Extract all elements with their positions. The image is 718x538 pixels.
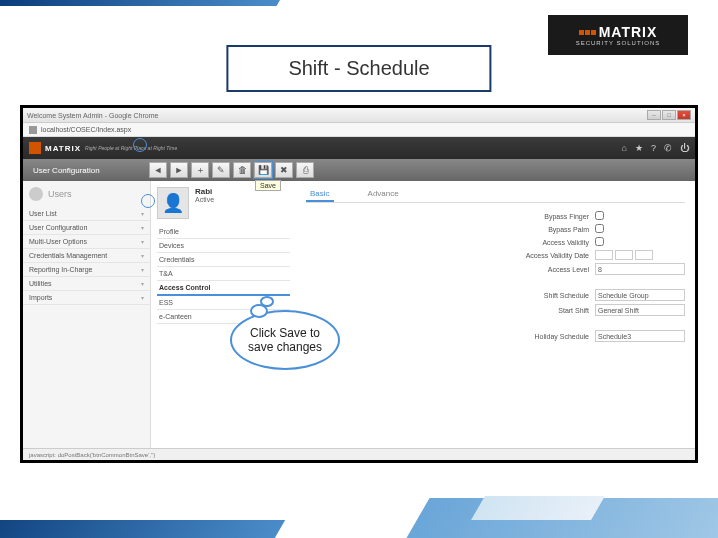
checkbox-bypass-finger[interactable] bbox=[595, 211, 604, 220]
label-shift-schedule: Shift Schedule bbox=[544, 292, 589, 299]
chevron-icon: ▾ bbox=[141, 280, 144, 287]
toolbar-title: User Configuration bbox=[29, 166, 149, 175]
select-start-shift[interactable]: General Shift bbox=[595, 304, 685, 316]
phone-icon[interactable]: ✆ bbox=[664, 143, 672, 153]
select-access-level[interactable]: 8 bbox=[595, 263, 685, 275]
label-access-validity-date: Access Validity Date bbox=[526, 252, 589, 259]
user-name: Rabi bbox=[195, 187, 214, 196]
form-panel: Basic Advance Bypass Finger Bypass Palm … bbox=[296, 181, 695, 448]
header-icons: ⌂ ★ ? ✆ ⏻ bbox=[622, 143, 689, 153]
save-tooltip: Save bbox=[255, 180, 281, 191]
content-area: Users User List▾ User Configuration▾ Mul… bbox=[23, 181, 695, 448]
chevron-icon: ▾ bbox=[141, 238, 144, 245]
user-card: 👤 Rabi Active bbox=[157, 187, 290, 219]
footer-decoration bbox=[0, 478, 718, 538]
status-bar: javascript: doPostBack('btnCommonBtnSave… bbox=[23, 448, 695, 460]
matrix-logo: MATRIX SECURITY SOLUTIONS bbox=[548, 15, 688, 55]
select-shift-schedule[interactable]: Schedule Group bbox=[595, 289, 685, 301]
checkbox-access-validity[interactable] bbox=[595, 237, 604, 246]
callout-annotation: Click Save to save changes bbox=[230, 310, 340, 370]
section-ta[interactable]: T&A bbox=[157, 267, 290, 281]
slide-title: Shift - Schedule bbox=[288, 57, 429, 79]
user-status: Active bbox=[195, 196, 214, 203]
label-bypass-finger: Bypass Finger bbox=[544, 213, 589, 220]
section-devices[interactable]: Devices bbox=[157, 239, 290, 253]
section-list: Profile Devices Credentials T&A Access C… bbox=[157, 225, 290, 324]
url-text: localhost/COSEC/Index.aspx bbox=[41, 126, 131, 133]
sidebar-item-user-list[interactable]: User List▾ bbox=[23, 207, 150, 221]
app-header: MATRIX Right People at Right Place at Ri… bbox=[23, 137, 695, 159]
users-icon bbox=[29, 187, 43, 201]
print-button[interactable]: ⎙ bbox=[296, 162, 314, 178]
label-access-level: Access Level bbox=[548, 266, 589, 273]
window-title: Welcome System Admin - Google Chrome bbox=[27, 112, 158, 119]
sidebar-item-utilities[interactable]: Utilities▾ bbox=[23, 277, 150, 291]
slide-title-box: Shift - Schedule bbox=[226, 45, 491, 92]
annotation-circle bbox=[141, 194, 155, 208]
label-holiday-schedule: Holiday Schedule bbox=[535, 333, 589, 340]
avatar-icon: 👤 bbox=[157, 187, 189, 219]
sidebar-title: Users bbox=[48, 189, 72, 199]
url-bar[interactable]: localhost/COSEC/Index.aspx bbox=[23, 123, 695, 137]
main-panel: 👤 Rabi Active Profile Devices Credential… bbox=[151, 181, 695, 448]
app-logo-icon bbox=[29, 142, 41, 154]
browser-window: Welcome System Admin - Google Chrome – □… bbox=[20, 105, 698, 463]
section-credentials[interactable]: Credentials bbox=[157, 253, 290, 267]
help-icon[interactable]: ? bbox=[651, 143, 656, 153]
next-button[interactable]: ► bbox=[170, 162, 188, 178]
checkbox-bypass-palm[interactable] bbox=[595, 224, 604, 233]
sidebar-list: User List▾ User Configuration▾ Multi-Use… bbox=[23, 207, 150, 305]
sidebar-header: Users bbox=[23, 181, 150, 207]
home-icon[interactable]: ⌂ bbox=[622, 143, 627, 153]
tabs: Basic Advance bbox=[306, 187, 685, 203]
favicon-icon bbox=[29, 126, 37, 134]
logo-subtitle: SECURITY SOLUTIONS bbox=[576, 40, 661, 46]
prev-button[interactable]: ◄ bbox=[149, 162, 167, 178]
app-logo: MATRIX Right People at Right Place at Ri… bbox=[29, 142, 177, 154]
window-controls: – □ × bbox=[647, 110, 691, 120]
chevron-icon: ▾ bbox=[141, 266, 144, 273]
status-text: javascript: doPostBack('btnCommonBtnSave… bbox=[29, 452, 155, 458]
callout-text: Click Save to save changes bbox=[248, 326, 322, 354]
close-button[interactable]: × bbox=[677, 110, 691, 120]
section-access-control[interactable]: Access Control bbox=[157, 281, 290, 296]
star-icon[interactable]: ★ bbox=[635, 143, 643, 153]
chevron-icon: ▾ bbox=[141, 224, 144, 231]
new-button[interactable]: ＋ bbox=[191, 162, 209, 178]
date-access-validity[interactable] bbox=[595, 250, 685, 260]
browser-titlebar: Welcome System Admin - Google Chrome – □… bbox=[23, 108, 695, 123]
select-holiday-schedule[interactable]: Schedule3 bbox=[595, 330, 685, 342]
sidebar-item-imports[interactable]: Imports▾ bbox=[23, 291, 150, 305]
chevron-icon: ▾ bbox=[141, 294, 144, 301]
cancel-button[interactable]: ✖ bbox=[275, 162, 293, 178]
label-access-validity: Access Validity bbox=[542, 239, 589, 246]
label-start-shift: Start Shift bbox=[558, 307, 589, 314]
minimize-button[interactable]: – bbox=[647, 110, 661, 120]
sidebar-item-user-config[interactable]: User Configuration▾ bbox=[23, 221, 150, 235]
power-icon[interactable]: ⏻ bbox=[680, 143, 689, 153]
tab-advance[interactable]: Advance bbox=[364, 187, 403, 202]
toolbar: User Configuration ◄ ► ＋ ✎ 🗑 💾 Save ✖ ⎙ bbox=[23, 159, 695, 181]
delete-button[interactable]: 🗑 bbox=[233, 162, 251, 178]
tab-basic[interactable]: Basic bbox=[306, 187, 334, 202]
chevron-icon: ▾ bbox=[141, 210, 144, 217]
sidebar-item-reporting[interactable]: Reporting In-Charge▾ bbox=[23, 263, 150, 277]
label-bypass-palm: Bypass Palm bbox=[548, 226, 589, 233]
logo-text: MATRIX bbox=[599, 24, 658, 40]
edit-button[interactable]: ✎ bbox=[212, 162, 230, 178]
sidebar: Users User List▾ User Configuration▾ Mul… bbox=[23, 181, 151, 448]
annotation-circle bbox=[133, 138, 147, 152]
app-tagline: Right People at Right Place at Right Tim… bbox=[85, 145, 177, 151]
app-brand: MATRIX bbox=[45, 144, 81, 153]
sidebar-item-multi-user[interactable]: Multi-User Options▾ bbox=[23, 235, 150, 249]
section-profile[interactable]: Profile bbox=[157, 225, 290, 239]
maximize-button[interactable]: □ bbox=[662, 110, 676, 120]
chevron-icon: ▾ bbox=[141, 252, 144, 259]
save-button[interactable]: 💾 Save bbox=[254, 162, 272, 178]
sidebar-item-credentials[interactable]: Credentials Management▾ bbox=[23, 249, 150, 263]
